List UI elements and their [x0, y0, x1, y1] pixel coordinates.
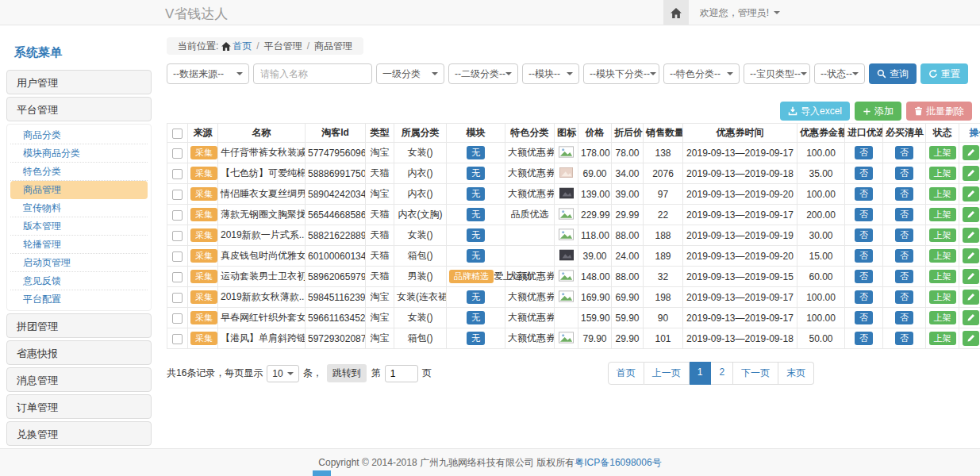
filter-select[interactable]: --模块-- — [522, 63, 579, 84]
import-select-badge[interactable]: 否 — [855, 270, 873, 283]
must-buy-badge[interactable]: 否 — [895, 270, 913, 283]
import-select-badge[interactable]: 否 — [855, 208, 873, 221]
icp-link[interactable]: 粤ICP备16098006号 — [575, 456, 661, 470]
edit-button[interactable] — [963, 207, 979, 222]
must-buy-badge[interactable]: 否 — [895, 187, 913, 201]
page-button[interactable]: 1 — [690, 362, 712, 385]
sidebar-group[interactable]: 省惠快报 — [6, 340, 152, 365]
edit-button[interactable] — [963, 290, 979, 305]
row-checkbox[interactable] — [172, 169, 183, 179]
page-button[interactable]: 2 — [711, 362, 733, 385]
status-badge[interactable]: 上架 — [929, 249, 956, 263]
edit-button[interactable] — [963, 145, 979, 160]
import-select-badge[interactable]: 否 — [855, 187, 873, 201]
status-badge[interactable]: 上架 — [929, 167, 956, 180]
import-select-badge[interactable]: 否 — [855, 332, 873, 345]
sidebar-subitem[interactable]: 商品分类 — [10, 126, 148, 144]
page-button[interactable]: 下一页 — [733, 362, 778, 385]
batch-delete-button[interactable]: 批量删除 — [906, 102, 972, 121]
add-button[interactable]: 添加 — [855, 102, 901, 121]
filter-select[interactable]: --模块下分类-- — [583, 63, 659, 84]
sidebar-group[interactable]: 平台管理 — [6, 97, 152, 121]
must-buy-badge[interactable]: 否 — [895, 146, 913, 159]
must-buy-badge[interactable]: 否 — [895, 290, 913, 304]
sidebar-subitem[interactable]: 轮播管理 — [10, 236, 148, 254]
status-badge[interactable]: 上架 — [929, 146, 956, 159]
row-checkbox[interactable] — [172, 334, 183, 344]
sidebar-group[interactable]: 拼团管理 — [6, 313, 152, 338]
status-badge[interactable]: 上架 — [929, 208, 956, 221]
page-button[interactable]: 首页 — [608, 362, 644, 385]
module-none-badge: 无 — [467, 167, 485, 180]
status-badge[interactable]: 上架 — [929, 290, 956, 304]
jump-button[interactable]: 跳转到 — [327, 364, 367, 382]
edit-button[interactable] — [963, 331, 979, 346]
sidebar-group[interactable]: 消息管理 — [6, 367, 152, 392]
import-select-badge[interactable]: 否 — [855, 228, 873, 242]
sidebar-group[interactable]: 兑换管理 — [6, 421, 152, 446]
edit-button[interactable] — [963, 166, 979, 181]
import-select-badge[interactable]: 否 — [855, 249, 873, 263]
sidebar-subitem[interactable]: 意见反馈 — [10, 272, 148, 290]
product-name-cell: 【七色纺】可爱纯棉家... — [218, 163, 306, 184]
status-badge[interactable]: 上架 — [929, 270, 956, 283]
edit-icon — [967, 210, 975, 219]
sidebar-group[interactable]: 订单管理 — [6, 394, 152, 419]
filter-select[interactable]: --二级分类-- — [448, 63, 518, 84]
edit-button[interactable] — [963, 269, 979, 284]
must-buy-badge[interactable]: 否 — [895, 332, 913, 345]
must-buy-badge[interactable]: 否 — [895, 167, 913, 180]
row-checkbox[interactable] — [172, 251, 183, 262]
sidebar-group[interactable]: 用户管理 — [6, 70, 152, 94]
name-search-input[interactable] — [253, 63, 372, 84]
edit-button[interactable] — [963, 248, 979, 263]
filter-select[interactable]: --状态-- — [814, 63, 865, 84]
import-select-badge[interactable]: 否 — [855, 167, 873, 180]
coupon-time-cell: 2019-09-13—2019-09-15 — [683, 267, 797, 287]
filter-select[interactable]: --宝贝类型-- — [744, 63, 810, 84]
must-buy-badge[interactable]: 否 — [895, 228, 913, 242]
row-checkbox[interactable] — [172, 272, 183, 282]
filter-select[interactable]: 一级分类 — [376, 63, 444, 84]
sidebar-subitem[interactable]: 启动页管理 — [10, 254, 148, 272]
row-checkbox[interactable] — [172, 293, 183, 303]
row-checkbox[interactable] — [172, 210, 183, 221]
row-checkbox[interactable] — [172, 190, 183, 200]
breadcrumb-home-link[interactable]: 首页 — [233, 40, 252, 52]
import-select-badge[interactable]: 否 — [855, 146, 873, 159]
status-badge[interactable]: 上架 — [929, 311, 956, 324]
page-button[interactable]: 上一页 — [644, 362, 690, 385]
import-select-badge[interactable]: 否 — [855, 311, 873, 324]
must-buy-badge[interactable]: 否 — [895, 311, 913, 324]
search-button[interactable]: 查询 — [869, 63, 917, 84]
edit-button[interactable] — [963, 228, 979, 243]
edit-button[interactable] — [963, 310, 979, 325]
row-checkbox[interactable] — [172, 231, 183, 241]
page-button[interactable]: 末页 — [778, 362, 814, 385]
sidebar-subitem[interactable]: 特色分类 — [10, 163, 148, 181]
import-select-badge[interactable]: 否 — [855, 290, 873, 304]
row-checkbox[interactable] — [172, 313, 183, 324]
status-badge[interactable]: 上架 — [929, 187, 956, 201]
reset-button[interactable]: 重置 — [920, 63, 968, 84]
select-all-checkbox[interactable] — [172, 129, 183, 139]
must-buy-badge[interactable]: 否 — [895, 208, 913, 221]
filter-select[interactable]: --特色分类-- — [663, 63, 740, 84]
source-filter-select[interactable]: --数据来源-- — [167, 63, 249, 84]
jump-page-input[interactable] — [385, 365, 418, 382]
row-checkbox[interactable] — [172, 148, 183, 159]
import-excel-button[interactable]: 导入excel — [780, 102, 850, 121]
sidebar-subitem[interactable]: 商品管理 — [10, 181, 148, 199]
status-badge[interactable]: 上架 — [929, 228, 956, 242]
sidebar-subitem[interactable]: 模块商品分类 — [10, 144, 148, 163]
sidebar-subitem[interactable]: 平台配置 — [10, 290, 148, 309]
per-page-select[interactable]: 10 — [267, 365, 298, 382]
must-buy-badge[interactable]: 否 — [895, 249, 913, 263]
sidebar-subitem[interactable]: 宣传物料 — [10, 199, 148, 217]
edit-button[interactable] — [963, 186, 979, 202]
status-badge[interactable]: 上架 — [929, 332, 956, 345]
user-menu[interactable]: 欢迎您，管理员! — [689, 0, 791, 25]
nav-home-button[interactable] — [663, 0, 689, 25]
sidebar-subitem[interactable]: 版本管理 — [10, 217, 148, 236]
type-cell: 天猫 — [366, 246, 394, 267]
